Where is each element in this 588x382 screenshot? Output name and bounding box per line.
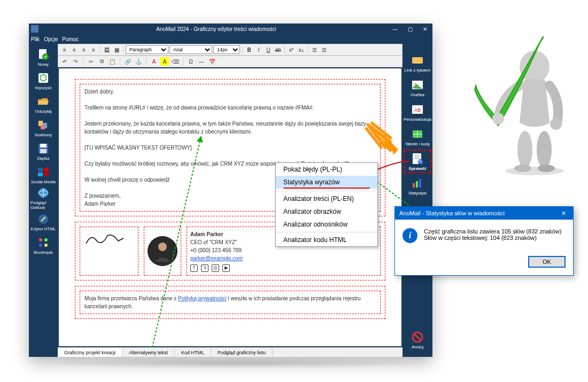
table-icon[interactable]: ▦: [112, 45, 121, 54]
rbtn-personalizacja[interactable]: AB Personalizacja: [404, 100, 431, 124]
size-select[interactable]: 14px: [213, 45, 240, 54]
toolbar-row-1: ≡ ≡ ≡ ≡ 🖼 ▦ Paragraph Arial 14px B I U a…: [58, 44, 403, 56]
tab-podglad[interactable]: Podgląd graficzny listu: [211, 348, 273, 357]
email-placeholder: [TU WPISAĆ WŁASNY TEKST OFERTOWY]: [84, 144, 376, 152]
globe-icon: [37, 186, 50, 199]
sidebar-wyczysc[interactable]: Wyczyść: [30, 69, 56, 92]
instagram-icon[interactable]: ◎: [212, 264, 219, 272]
align-center-icon[interactable]: ≡: [70, 45, 79, 54]
sub-icon[interactable]: x₂: [297, 45, 305, 54]
anchor-icon[interactable]: ⚓: [134, 57, 143, 66]
font-select[interactable]: Arial: [169, 45, 212, 54]
sidebar-zapisz[interactable]: Zapisz: [30, 140, 56, 162]
sidebar-social[interactable]: Social Media: [30, 163, 56, 186]
underline-icon[interactable]: U: [264, 45, 273, 54]
paste-icon[interactable]: 📋: [108, 57, 117, 66]
close-button[interactable]: ✕: [420, 25, 430, 33]
sidebar-label: Zapisz: [37, 156, 50, 161]
font-color-icon[interactable]: A: [150, 57, 158, 66]
youtube-icon[interactable]: ▶: [222, 264, 230, 272]
signature-handwriting-icon: [83, 230, 126, 250]
sidebar-edytor-html[interactable]: Edytor HTML: [30, 211, 56, 233]
style-select[interactable]: Paragraph: [126, 45, 168, 54]
table-icon: [411, 128, 424, 141]
align-justify-icon[interactable]: ≡: [89, 45, 98, 54]
cm-analizator-obrazkow[interactable]: Analizator obrazków: [276, 205, 377, 218]
menu-plik[interactable]: Plik: [31, 36, 40, 42]
email-footer: Moja firma przetwarza Państwa dane z Pol…: [80, 291, 381, 314]
r-label: Tabele i kody: [405, 142, 430, 146]
image-insert-icon[interactable]: 🖼: [103, 45, 111, 54]
draft-icon: [37, 236, 50, 249]
r-label: Personalizacja: [404, 117, 431, 122]
sidebar-brudnopis[interactable]: Brudnopis: [30, 234, 56, 256]
align-right-icon[interactable]: ≡: [80, 45, 88, 54]
svg-point-18: [39, 238, 42, 241]
sidebar-nowy[interactable]: + Nowy: [30, 46, 56, 68]
rbtn-grafika[interactable]: Grafika: [404, 76, 431, 99]
svg-point-19: [44, 238, 48, 241]
facebook-icon[interactable]: f: [190, 264, 198, 272]
sidebar-label: Brudnopis: [34, 250, 53, 255]
rbtn-statystyki[interactable]: Statystyki: [404, 174, 431, 198]
undo-icon[interactable]: ↶: [60, 57, 69, 66]
italic-icon[interactable]: I: [254, 45, 263, 54]
right-sidebar: Link z tytułem Grafika AB Personalizacja…: [403, 44, 432, 357]
cm-analizator-odnosnikow[interactable]: Analizator odnośników: [276, 218, 377, 231]
r-label: Link z tytułem: [405, 68, 431, 73]
menu-opcje[interactable]: Opcje: [44, 36, 58, 42]
left-sidebar: + Nowy Wyczyść Odczytaj Szablony Zapisz: [29, 44, 58, 357]
sidebar-label: Szablony: [35, 132, 52, 137]
ok-button[interactable]: OK: [528, 256, 566, 268]
rbtn-tabele[interactable]: Tabele i kody: [404, 125, 431, 149]
sidebar-label: Podgląd Outlook: [30, 200, 56, 210]
clear-format-icon[interactable]: ⌫: [171, 57, 180, 66]
bg-color-icon[interactable]: A: [160, 57, 169, 66]
tab-kod-html[interactable]: Kod HTML: [175, 348, 211, 357]
cut-icon[interactable]: ✂: [87, 57, 95, 66]
cm-analizator-tresci[interactable]: Analizator treści (PL-EN): [276, 192, 377, 205]
floppy-icon: [37, 142, 50, 155]
menu-pomoc[interactable]: Pomoc: [62, 36, 79, 42]
cm-statystyka-wyrazow[interactable]: Statystyka wyrazów: [276, 176, 377, 189]
copy-icon[interactable]: ⧉: [97, 57, 106, 66]
redo-icon[interactable]: ↷: [71, 57, 80, 66]
hr-icon[interactable]: —: [197, 57, 206, 66]
dialog-line2: Słów w części tekstowej: 104 (823 znaków…: [424, 235, 561, 241]
social-icon: [37, 166, 50, 178]
svg-rect-39: [413, 183, 415, 188]
tab-graficzny[interactable]: Graficzny projekt kreacji: [58, 348, 122, 357]
cm-pokaz-bledy[interactable]: Pokaż błędy (PL-PL): [276, 163, 377, 176]
maximize-button[interactable]: ▢: [405, 25, 415, 33]
footer-tabs: Graficzny projekt kreacji Alternatywny t…: [58, 347, 403, 357]
symbol-icon[interactable]: Ω: [187, 57, 195, 66]
sup-icon[interactable]: x²: [287, 45, 296, 54]
rbtn-anuluj[interactable]: Anuluj: [404, 328, 431, 352]
list-ul-icon[interactable]: ☰: [310, 45, 319, 54]
tab-alternatywny[interactable]: Alternatywny tekst: [122, 348, 175, 357]
cm-analizator-html[interactable]: Analizator kodu HTML: [276, 233, 377, 246]
privacy-link[interactable]: Polityką prywatności: [178, 295, 227, 301]
dialog-close-button[interactable]: ✕: [558, 208, 569, 218]
align-left-icon[interactable]: ≡: [60, 45, 69, 54]
svg-point-52: [492, 113, 504, 124]
twitter-icon[interactable]: 𝕏: [201, 264, 208, 272]
link-icon[interactable]: 🔗: [123, 57, 132, 66]
info-icon: i: [403, 228, 417, 243]
sig-email[interactable]: parker@example.com: [190, 255, 243, 261]
svg-rect-41: [419, 179, 421, 188]
sidebar-szablony[interactable]: Szablony: [30, 116, 56, 139]
sidebar-odczytaj[interactable]: Odczytaj: [30, 93, 56, 115]
check-doc-icon: [411, 152, 424, 165]
svg-line-43: [414, 334, 421, 340]
date-icon[interactable]: 📅: [208, 57, 216, 66]
minimize-button[interactable]: —: [390, 25, 400, 33]
list-ol-icon[interactable]: ☰: [320, 45, 328, 54]
ab-icon: AB: [411, 103, 424, 116]
bold-icon[interactable]: B: [245, 45, 253, 54]
svg-point-50: [514, 165, 531, 172]
sidebar-podglad-outlook[interactable]: Podgląd Outlook: [30, 187, 56, 209]
rbtn-sprawdz[interactable]: Sprawdź: [404, 150, 431, 173]
rbtn-link-tytul[interactable]: Link z tytułem: [404, 51, 431, 75]
strike-icon[interactable]: ab: [274, 45, 282, 54]
